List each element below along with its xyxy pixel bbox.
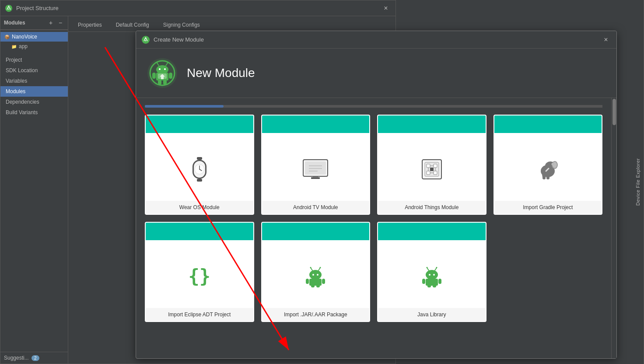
app-label: app [19,43,28,49]
svg-rect-61 [322,279,325,284]
module-card-body-tv [262,133,370,201]
suggestions-item[interactable]: Suggesti... 2 [0,352,68,364]
dialog-header-title: New Module [187,66,255,80]
sidebar-nav: Project SDK Location Variables Modules D… [0,53,68,119]
project-structure-close-button[interactable]: × [381,3,391,14]
module-card-eclipse[interactable]: {} Import Eclipse ADT Project [145,222,254,322]
module-tree: 📦 NanoVoice 📁 app [0,30,68,53]
module-card-java-library[interactable]: Java Library [377,222,486,322]
project-structure-sidebar: Modules + − 📦 NanoVoice 📁 app Project [0,16,68,364]
app-icon [5,4,13,12]
tree-item-app[interactable]: 📁 app [0,42,68,51]
svg-line-54 [318,268,320,270]
tv-icon [302,159,329,180]
module-card-top-things [378,116,486,133]
watch-icon [189,157,210,182]
android-green-icon-2 [420,265,443,288]
dialog-close-button[interactable]: × [601,35,611,45]
svg-point-68 [436,267,437,268]
scroll-tabs [145,105,602,108]
android-green-icon [304,265,327,288]
svg-rect-35 [427,164,430,168]
svg-point-12 [164,68,166,70]
braces-icon: {} [188,266,210,287]
module-card-top-tv [262,116,370,133]
module-card-label-wear-os: Wear OS Module [146,201,253,214]
suggestions-label: Suggesti... [4,355,29,361]
add-module-button[interactable]: + [47,19,55,27]
android-studio-logo [147,57,178,89]
svg-rect-29 [313,176,318,178]
device-explorer-label: Device File Explorer [635,158,640,206]
dialog-scrollbar[interactable] [611,98,616,358]
dialog-scrollbar-thumb [612,99,616,125]
module-card-jar[interactable]: Import .JAR/.AAR Package [261,222,371,322]
modules-title: Modules [4,20,25,26]
module-card-label-jar: Import .JAR/.AAR Package [262,308,370,321]
svg-point-49 [553,164,553,164]
module-card-top-jar [262,223,370,240]
module-card-body-eclipse: {} [146,240,253,308]
elephant-icon [536,158,559,181]
svg-rect-62 [311,285,315,287]
svg-rect-17 [163,80,167,85]
dialog-body: Wear OS Module [136,98,611,358]
module-card-top-wear [146,116,253,133]
svg-rect-74 [427,285,431,287]
project-structure-titlebar: Project Structure × [0,0,396,16]
nanovoice-label: NanoVoice [12,34,37,40]
svg-rect-73 [438,279,441,284]
svg-point-70 [433,274,435,276]
svg-rect-14 [152,73,156,79]
svg-point-11 [159,68,161,70]
svg-rect-38 [434,171,437,175]
svg-rect-16 [158,80,161,85]
dialog-titlebar: Create New Module × [136,31,616,49]
svg-point-56 [320,267,321,268]
svg-rect-59 [309,279,322,286]
tab-signing-configs[interactable]: Signing Configs [157,19,206,32]
svg-point-52 [309,270,322,280]
sidebar-item-sdk-location[interactable]: SDK Location [0,65,68,76]
svg-point-64 [426,270,438,280]
module-card-top-gradle [494,116,602,133]
svg-rect-19 [197,157,202,160]
module-card-label-java-library: Java Library [378,308,486,321]
module-card-wear-os[interactable]: Wear OS Module [145,115,254,215]
module-card-gradle[interactable]: Import Gradle Project [494,115,603,215]
module-card-label-eclipse: Import Eclipse ADT Project [146,308,253,321]
svg-point-69 [429,274,430,276]
module-grid: Wear OS Module [145,115,602,331]
dialog-header: New Module [136,49,616,98]
sidebar-item-build-variants[interactable]: Build Variants [0,107,68,118]
device-file-explorer-sidebar[interactable]: Device File Explorer [632,0,644,364]
module-card-android-things[interactable]: Android Things Module [377,115,486,215]
svg-line-65 [427,268,429,270]
svg-rect-50 [542,175,546,179]
svg-rect-36 [434,164,437,168]
suggestions-badge: 2 [32,355,39,361]
svg-rect-75 [433,285,436,287]
svg-point-57 [312,274,314,276]
remove-module-button[interactable]: − [56,19,64,27]
dialog-inner: Wear OS Module [136,98,616,358]
sidebar-item-modules[interactable]: Modules [0,86,68,97]
svg-line-66 [435,268,437,270]
sidebar-item-dependencies[interactable]: Dependencies [0,97,68,107]
svg-rect-71 [426,279,438,286]
project-structure-tabs: Properties Default Config Signing Config… [68,16,396,32]
module-card-top-eclipse [146,223,253,240]
svg-rect-51 [546,175,550,179]
sidebar-item-project[interactable]: Project [0,55,68,65]
tree-item-nanovoice[interactable]: 📦 NanoVoice [0,32,68,42]
svg-point-10 [167,62,168,63]
tab-properties[interactable]: Properties [72,19,108,32]
module-card-top-java [378,223,486,240]
tab-default-config[interactable]: Default Config [110,19,155,32]
app-folder-icon: 📁 [11,43,17,49]
module-card-body-wear [146,133,253,201]
svg-rect-37 [427,171,430,175]
module-card-body-java [378,240,486,308]
module-card-android-tv[interactable]: Android TV Module [261,115,371,215]
sidebar-item-variables[interactable]: Variables [0,76,68,86]
